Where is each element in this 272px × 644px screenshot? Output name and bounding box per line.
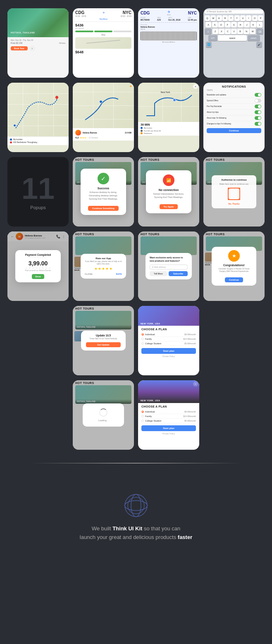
done-button[interactable]: Done xyxy=(32,274,44,279)
ny-start-button[interactable]: Start plan xyxy=(141,425,196,431)
key-a[interactable]: A xyxy=(205,22,211,28)
continue-button[interactable]: Continue xyxy=(207,128,261,133)
key-mic[interactable]: 🎤 xyxy=(256,42,262,48)
key-n[interactable]: N xyxy=(243,29,249,34)
nav-route xyxy=(138,83,199,122)
plan-radio-3 xyxy=(141,342,144,345)
key-d[interactable]: D xyxy=(218,22,224,28)
key-x[interactable]: X xyxy=(219,29,224,34)
key-c[interactable]: C xyxy=(225,29,231,34)
payment-popup: Payment Completed 3,99.00 Paid account a… xyxy=(15,250,61,282)
plan-family[interactable]: Family $14.99/month xyxy=(141,337,196,341)
key-f[interactable]: F xyxy=(225,22,231,28)
my-location-field[interactable]: My location xyxy=(10,138,66,141)
try-again-button[interactable]: Try Again xyxy=(160,204,178,209)
barcode xyxy=(141,31,197,41)
toggle-1[interactable] xyxy=(255,93,261,97)
route-to: NYC xyxy=(123,10,131,15)
key-shift[interactable]: ⇧ xyxy=(205,29,212,34)
key-space[interactable]: space xyxy=(218,35,247,41)
keyboard-row-1: Q W E R T Y U I O P xyxy=(205,15,263,21)
row-5: HOT TOURS PATTAYA, THAILAND Update 10 xyxy=(4,306,268,375)
auth-title: Authorize to continue xyxy=(216,179,252,181)
toggle-5[interactable] xyxy=(255,116,261,120)
key-u[interactable]: U xyxy=(240,15,246,21)
key-s[interactable]: S xyxy=(212,22,218,28)
close-ny-icon[interactable]: × xyxy=(193,382,198,386)
ny-plans: CHOOSE A PLAN Individual $9.99/month Fam… xyxy=(138,403,199,437)
key-m[interactable]: M xyxy=(250,29,255,34)
key-h[interactable]: H xyxy=(238,22,243,28)
key-y[interactable]: Y xyxy=(234,15,240,21)
key-o[interactable]: O xyxy=(252,15,258,21)
no-connection-desc: Solved Interpretation Services. Syncing … xyxy=(151,193,186,199)
key-v[interactable]: V xyxy=(231,29,237,34)
toggle-4[interactable] xyxy=(255,110,261,114)
key-b[interactable]: B xyxy=(237,29,243,34)
notif-label-6: Changes to trips I'm following xyxy=(207,123,231,125)
airline-badge: SkyWest xyxy=(75,18,131,20)
section-text: Popups xyxy=(30,205,45,210)
key-p[interactable]: P xyxy=(258,15,263,21)
key-l[interactable]: L xyxy=(257,22,262,28)
ny-plan-student[interactable]: College Student $5.99/month xyxy=(141,419,196,423)
toggle-6[interactable] xyxy=(255,122,261,126)
address-bar[interactable]: 07 Bernard Junctions Apt. 095 xyxy=(205,10,263,14)
plan-individual-label: Individual xyxy=(141,333,155,336)
key-r[interactable]: R xyxy=(222,15,228,21)
subscribe-button[interactable]: Subscribe xyxy=(169,271,188,276)
key-j[interactable]: J xyxy=(244,22,250,28)
plan-price-2: $14.99/month xyxy=(183,338,196,340)
key-123[interactable]: 123 xyxy=(208,35,217,41)
payment-screen: ← H Helena Barnes I'm coming and where r… xyxy=(7,231,69,301)
notif-section-trips: Trips xyxy=(203,89,265,92)
close-rating-button[interactable]: CLOSE xyxy=(85,273,93,275)
rate-buttons: CLOSE RATE xyxy=(85,273,122,275)
key-g[interactable]: G xyxy=(231,22,237,28)
destination-field[interactable]: 042 Barthelome Throughway... xyxy=(10,141,66,143)
key-return[interactable]: return xyxy=(248,35,260,41)
key-emoji[interactable]: 🌐 xyxy=(206,42,212,48)
tell-more-button[interactable]: Tell More xyxy=(150,271,167,276)
bookmark-icon[interactable]: › xyxy=(29,45,35,51)
flight-price-2: $648 xyxy=(75,50,131,54)
continue-button[interactable]: Continue Something xyxy=(88,206,119,211)
key-i[interactable]: I xyxy=(246,15,251,21)
plans-screen: NEW YORK, USA Choose A Plan Individual $… xyxy=(138,306,199,375)
key-t[interactable]: T xyxy=(228,15,234,21)
continue-congrats-button[interactable]: Continue xyxy=(225,277,243,282)
get-update-button[interactable]: Get Update xyxy=(86,342,121,347)
subscribe-popup: Want exclusive early access to new produ… xyxy=(146,253,192,279)
ny-plan-family[interactable]: Family $14.99/month xyxy=(141,414,196,419)
rate-desc: If you liked our app, please rate or hel… xyxy=(85,260,122,266)
destination-label: Pattaya, Thailand xyxy=(11,31,65,34)
book-tour-button[interactable]: Book Tour xyxy=(11,46,28,50)
close-icon[interactable]: × xyxy=(193,84,198,89)
email-input[interactable]: E-Mail address xyxy=(150,265,188,270)
update-popup-box: Update 10.5 Three New To Do Travel Perfe… xyxy=(81,331,126,351)
plan-student[interactable]: College Student $5.99/month xyxy=(141,341,196,346)
depart-time: 10:30 - 18:00 xyxy=(75,15,86,17)
privacy-policy-link[interactable]: Private Policy xyxy=(141,355,196,358)
no-thanks-button[interactable]: No, Thanks xyxy=(216,203,252,205)
key-e[interactable]: E xyxy=(217,15,222,21)
footer: We built Think UI Kit so that you canlau… xyxy=(4,477,268,550)
key-delete[interactable]: ⌫ xyxy=(256,29,263,34)
star-icon[interactable]: ★ xyxy=(129,85,132,88)
update-screen: HOT TOURS PATTAYA, THAILAND Update 10 xyxy=(73,306,134,375)
route-from: CDG xyxy=(75,10,84,15)
key-q[interactable]: Q xyxy=(205,15,210,21)
key-w[interactable]: W xyxy=(210,15,216,21)
toggle-2[interactable] xyxy=(255,99,261,103)
congrats-overlay: ★ Congratulations! Cosmetic Surgery A Re… xyxy=(203,231,265,301)
ny-privacy-link[interactable]: Private Policy xyxy=(141,432,196,435)
toggle-3[interactable] xyxy=(255,105,261,108)
key-z[interactable]: Z xyxy=(212,29,218,34)
ny-plan-individual[interactable]: Individual $9.99/month xyxy=(141,410,196,414)
start-plan-button[interactable]: Start plan xyxy=(141,348,196,354)
rate-button[interactable]: RATE xyxy=(116,273,122,275)
plan-individual[interactable]: Individual $9.99/month xyxy=(141,332,196,337)
key-k[interactable]: K xyxy=(251,22,256,28)
row-3: 11 Popups HOT TOURS PATTAYA, THAILAND ✓ … xyxy=(4,157,268,227)
notif-row-5: About trips I'm following xyxy=(203,115,265,121)
